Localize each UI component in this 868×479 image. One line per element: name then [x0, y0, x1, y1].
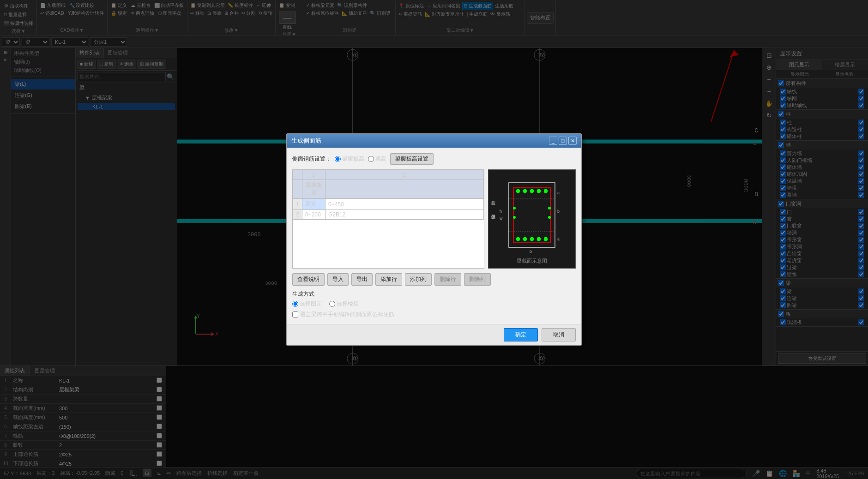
add-col-btn[interactable]: 添加列 [405, 273, 432, 286]
svg-rect-9 [513, 187, 550, 243]
gen-radio-element[interactable]: 选择图元 [292, 300, 322, 308]
cancel-btn[interactable]: 取消 [542, 328, 576, 341]
svg-text:b: b [530, 249, 532, 254]
modal-restore-btn[interactable]: □ [559, 137, 567, 145]
svg-point-11 [523, 189, 527, 193]
table-row: 1 梁宽 0~450 [293, 199, 484, 210]
add-row-btn[interactable]: 添加行 [375, 273, 402, 286]
confirm-btn[interactable]: 确定 [504, 328, 538, 341]
radio-beam-height[interactable]: 梁高 [368, 155, 386, 163]
svg-point-22 [548, 207, 551, 210]
export-btn[interactable]: 导出 [351, 273, 373, 286]
svg-text:a: a [557, 237, 560, 241]
delete-col-btn[interactable]: 删除列 [464, 273, 491, 286]
modal-title-bar: 生成侧面筋 _ □ ✕ [287, 134, 581, 148]
modal-title: 生成侧面筋 [291, 137, 321, 145]
svg-point-21 [513, 216, 516, 219]
svg-text:h: h [500, 209, 502, 214]
view-instructions-btn[interactable]: 查看说明 [292, 273, 325, 286]
beam-preview: a b a h w b 拉筋 侧面纵筋 梁截面示意图 [488, 169, 576, 269]
settings-label: 侧面钢筋设置： [292, 155, 331, 163]
gen-radio-floor[interactable]: 选择楼层 [329, 300, 359, 308]
svg-point-18 [537, 237, 541, 241]
row1-col2[interactable]: 0~450 [326, 199, 484, 210]
modal-dialog: 生成侧面筋 _ □ ✕ 侧面钢筋设置： 梁腹板高 梁高 梁腹 [286, 133, 582, 346]
svg-point-15 [516, 237, 520, 241]
svg-point-20 [513, 207, 516, 210]
modal-rebar-table: 1 2 梁腹板高 1 梁宽 [293, 170, 484, 220]
svg-point-19 [544, 237, 548, 241]
svg-point-14 [544, 189, 548, 193]
svg-text:a: a [557, 191, 560, 195]
import-btn[interactable]: 导入 [327, 273, 349, 286]
svg-point-10 [516, 189, 520, 193]
row2-col1[interactable]: 0~200 [302, 210, 326, 220]
modal-minimize-btn[interactable]: _ [549, 137, 557, 145]
delete-row-btn[interactable]: 删除行 [434, 273, 461, 286]
svg-point-17 [530, 237, 534, 241]
svg-point-23 [548, 216, 551, 219]
table-row: 2 0~200 G2B12 [293, 210, 484, 220]
modal-overlay: 生成侧面筋 _ □ ✕ 侧面钢筋设置： 梁腹板高 梁高 梁腹 [0, 0, 868, 479]
modal-table-container: 1 2 梁腹板高 1 梁宽 [292, 169, 484, 269]
gen-method-title: 生成方式 [292, 290, 576, 298]
radio-web-height[interactable]: 梁腹板高 [335, 155, 364, 163]
preview-label: 梁截面示意图 [517, 257, 547, 264]
row1-col1[interactable]: 梁宽 [302, 199, 326, 210]
svg-text:w: w [499, 216, 503, 221]
overwrite-checkbox[interactable]: 覆盖梁跨中手动编辑的侧面原位标注筋 [292, 311, 576, 318]
row2-col2[interactable]: G2B12 [326, 210, 484, 220]
svg-point-12 [530, 189, 534, 193]
web-height-settings-btn[interactable]: 梁腹板高设置 [390, 153, 434, 165]
modal-close-btn[interactable]: ✕ [568, 137, 577, 145]
svg-point-13 [537, 189, 541, 193]
svg-point-16 [523, 237, 527, 241]
svg-text:b: b [557, 209, 560, 214]
